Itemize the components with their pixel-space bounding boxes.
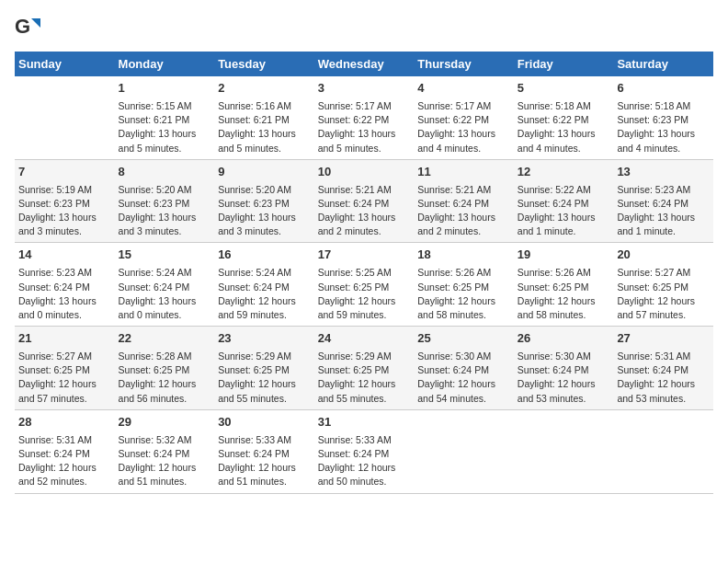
- calendar-cell: 17Sunrise: 5:25 AM Sunset: 6:25 PM Dayli…: [314, 243, 415, 327]
- calendar-cell: 2Sunrise: 5:16 AM Sunset: 6:21 PM Daylig…: [214, 76, 314, 159]
- day-number: 25: [417, 330, 510, 348]
- calendar-cell: [514, 409, 614, 493]
- calendar-cell: 7Sunrise: 5:19 AM Sunset: 6:23 PM Daylig…: [15, 159, 115, 243]
- day-number: 4: [417, 80, 510, 98]
- day-info: Sunrise: 5:25 AM Sunset: 6:25 PM Dayligh…: [318, 266, 411, 322]
- calendar-cell: 11Sunrise: 5:21 AM Sunset: 6:24 PM Dayli…: [414, 159, 514, 243]
- calendar-cell: 8Sunrise: 5:20 AM Sunset: 6:23 PM Daylig…: [115, 159, 215, 243]
- day-number: 26: [518, 330, 610, 348]
- calendar-cell: 14Sunrise: 5:23 AM Sunset: 6:24 PM Dayli…: [15, 243, 115, 327]
- calendar-cell: 6Sunrise: 5:18 AM Sunset: 6:23 PM Daylig…: [613, 76, 713, 159]
- calendar-cell: 15Sunrise: 5:24 AM Sunset: 6:24 PM Dayli…: [115, 243, 215, 327]
- week-row-4: 21Sunrise: 5:27 AM Sunset: 6:25 PM Dayli…: [15, 327, 713, 410]
- day-info: Sunrise: 5:29 AM Sunset: 6:25 PM Dayligh…: [318, 350, 411, 406]
- day-number: 7: [18, 164, 111, 181]
- day-info: Sunrise: 5:27 AM Sunset: 6:25 PM Dayligh…: [617, 266, 710, 322]
- calendar-cell: 30Sunrise: 5:33 AM Sunset: 6:24 PM Dayli…: [214, 409, 314, 493]
- day-info: Sunrise: 5:15 AM Sunset: 6:21 PM Dayligh…: [119, 99, 211, 155]
- day-number: 16: [218, 247, 311, 264]
- day-number: 18: [417, 247, 510, 264]
- day-info: Sunrise: 5:16 AM Sunset: 6:21 PM Dayligh…: [218, 99, 311, 155]
- day-number: 20: [617, 247, 710, 264]
- day-number: 30: [218, 414, 311, 431]
- column-header-tuesday: Tuesday: [214, 52, 314, 76]
- calendar-cell: 10Sunrise: 5:21 AM Sunset: 6:24 PM Dayli…: [314, 159, 415, 243]
- calendar-cell: [15, 76, 115, 159]
- week-row-5: 28Sunrise: 5:31 AM Sunset: 6:24 PM Dayli…: [15, 409, 713, 493]
- calendar-cell: 1Sunrise: 5:15 AM Sunset: 6:21 PM Daylig…: [115, 76, 215, 159]
- day-number: 12: [518, 164, 610, 181]
- calendar-cell: 3Sunrise: 5:17 AM Sunset: 6:22 PM Daylig…: [314, 76, 415, 159]
- calendar-cell: 23Sunrise: 5:29 AM Sunset: 6:25 PM Dayli…: [214, 327, 314, 410]
- header: G: [15, 15, 713, 40]
- column-header-sunday: Sunday: [15, 52, 115, 76]
- day-info: Sunrise: 5:24 AM Sunset: 6:24 PM Dayligh…: [119, 266, 211, 322]
- calendar-cell: 24Sunrise: 5:29 AM Sunset: 6:25 PM Dayli…: [314, 327, 415, 410]
- day-info: Sunrise: 5:22 AM Sunset: 6:24 PM Dayligh…: [518, 183, 610, 239]
- calendar-cell: 13Sunrise: 5:23 AM Sunset: 6:24 PM Dayli…: [613, 159, 713, 243]
- week-row-3: 14Sunrise: 5:23 AM Sunset: 6:24 PM Dayli…: [15, 243, 713, 327]
- calendar-cell: 26Sunrise: 5:30 AM Sunset: 6:24 PM Dayli…: [514, 327, 614, 410]
- day-info: Sunrise: 5:31 AM Sunset: 6:24 PM Dayligh…: [617, 350, 710, 406]
- calendar-cell: 20Sunrise: 5:27 AM Sunset: 6:25 PM Dayli…: [613, 243, 713, 327]
- day-number: 2: [218, 80, 311, 98]
- calendar-cell: 9Sunrise: 5:20 AM Sunset: 6:23 PM Daylig…: [214, 159, 314, 243]
- calendar-cell: [414, 409, 514, 493]
- week-row-2: 7Sunrise: 5:19 AM Sunset: 6:23 PM Daylig…: [15, 159, 713, 243]
- column-header-saturday: Saturday: [613, 52, 713, 76]
- day-number: 5: [518, 80, 610, 98]
- day-info: Sunrise: 5:30 AM Sunset: 6:24 PM Dayligh…: [417, 350, 510, 406]
- day-number: 10: [318, 164, 411, 181]
- calendar-cell: 12Sunrise: 5:22 AM Sunset: 6:24 PM Dayli…: [514, 159, 614, 243]
- column-header-wednesday: Wednesday: [314, 52, 415, 76]
- calendar-cell: 25Sunrise: 5:30 AM Sunset: 6:24 PM Dayli…: [414, 327, 514, 410]
- column-header-friday: Friday: [514, 52, 614, 76]
- day-info: Sunrise: 5:21 AM Sunset: 6:24 PM Dayligh…: [417, 183, 510, 239]
- calendar-cell: [613, 409, 713, 493]
- svg-text:G: G: [15, 15, 30, 38]
- svg-marker-1: [31, 18, 40, 28]
- calendar-cell: 5Sunrise: 5:18 AM Sunset: 6:22 PM Daylig…: [514, 76, 614, 159]
- day-number: 6: [617, 80, 710, 98]
- day-number: 27: [617, 330, 710, 348]
- day-info: Sunrise: 5:33 AM Sunset: 6:24 PM Dayligh…: [318, 433, 411, 489]
- calendar-cell: 21Sunrise: 5:27 AM Sunset: 6:25 PM Dayli…: [15, 327, 115, 410]
- day-number: 21: [18, 330, 111, 348]
- day-number: 15: [119, 247, 211, 264]
- day-info: Sunrise: 5:20 AM Sunset: 6:23 PM Dayligh…: [218, 183, 311, 239]
- day-info: Sunrise: 5:24 AM Sunset: 6:24 PM Dayligh…: [218, 266, 311, 322]
- day-info: Sunrise: 5:17 AM Sunset: 6:22 PM Dayligh…: [417, 99, 510, 155]
- column-header-monday: Monday: [115, 52, 215, 76]
- week-row-1: 1Sunrise: 5:15 AM Sunset: 6:21 PM Daylig…: [15, 76, 713, 159]
- day-number: 31: [318, 414, 411, 431]
- day-number: 3: [318, 80, 411, 98]
- calendar-cell: 27Sunrise: 5:31 AM Sunset: 6:24 PM Dayli…: [613, 327, 713, 410]
- calendar-cell: 19Sunrise: 5:26 AM Sunset: 6:25 PM Dayli…: [514, 243, 614, 327]
- day-number: 14: [18, 247, 111, 264]
- day-info: Sunrise: 5:18 AM Sunset: 6:22 PM Dayligh…: [518, 99, 610, 155]
- calendar-cell: 4Sunrise: 5:17 AM Sunset: 6:22 PM Daylig…: [414, 76, 514, 159]
- day-info: Sunrise: 5:28 AM Sunset: 6:25 PM Dayligh…: [119, 350, 211, 406]
- day-number: 8: [119, 164, 211, 181]
- logo: G: [15, 15, 44, 40]
- day-info: Sunrise: 5:18 AM Sunset: 6:23 PM Dayligh…: [617, 99, 710, 155]
- calendar-cell: 16Sunrise: 5:24 AM Sunset: 6:24 PM Dayli…: [214, 243, 314, 327]
- day-number: 23: [218, 330, 311, 348]
- day-info: Sunrise: 5:27 AM Sunset: 6:25 PM Dayligh…: [18, 350, 111, 406]
- calendar-cell: 31Sunrise: 5:33 AM Sunset: 6:24 PM Dayli…: [314, 409, 415, 493]
- day-info: Sunrise: 5:19 AM Sunset: 6:23 PM Dayligh…: [18, 183, 111, 239]
- calendar-table: SundayMondayTuesdayWednesdayThursdayFrid…: [15, 52, 713, 494]
- day-number: 28: [18, 414, 111, 431]
- page-container: G SundayMondayTuesdayWednesdayThursdayFr…: [0, 0, 728, 503]
- day-number: 17: [318, 247, 411, 264]
- calendar-cell: 29Sunrise: 5:32 AM Sunset: 6:24 PM Dayli…: [115, 409, 215, 493]
- day-info: Sunrise: 5:23 AM Sunset: 6:24 PM Dayligh…: [18, 266, 111, 322]
- day-number: 9: [218, 164, 311, 181]
- calendar-cell: 18Sunrise: 5:26 AM Sunset: 6:25 PM Dayli…: [414, 243, 514, 327]
- day-number: 11: [417, 164, 510, 181]
- column-header-row: SundayMondayTuesdayWednesdayThursdayFrid…: [15, 52, 713, 76]
- day-number: 19: [518, 247, 610, 264]
- day-info: Sunrise: 5:29 AM Sunset: 6:25 PM Dayligh…: [218, 350, 311, 406]
- day-info: Sunrise: 5:17 AM Sunset: 6:22 PM Dayligh…: [318, 99, 411, 155]
- day-info: Sunrise: 5:31 AM Sunset: 6:24 PM Dayligh…: [18, 433, 111, 489]
